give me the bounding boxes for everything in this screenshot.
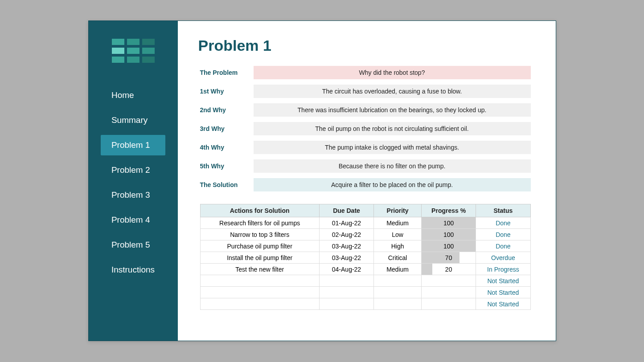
cell-status[interactable]: Done	[476, 240, 530, 252]
why-row: 2nd WhyThere was insufficient lubricatio…	[200, 103, 531, 117]
cell-progress[interactable]: 70	[422, 252, 476, 264]
nav-item-home[interactable]: Home	[101, 85, 165, 106]
table-row: Narrow to top 3 filters02-Aug-22Low100Do…	[200, 229, 530, 240]
logo-cell	[142, 48, 155, 54]
why-value[interactable]: The pump intake is clogged with metal sh…	[254, 141, 531, 154]
why-value[interactable]: The oil pump on the robot is not circula…	[254, 122, 531, 135]
nav-item-problem-4[interactable]: Problem 4	[101, 210, 165, 230]
why-value[interactable]: The circuit has overloaded, causing a fu…	[254, 85, 531, 98]
logo-cell	[142, 39, 155, 45]
col-header: Progress %	[422, 204, 476, 217]
cell-action[interactable]: Research filters for oil pumps	[200, 217, 319, 229]
progress-value: 100	[422, 241, 476, 252]
cell-due[interactable]: 03-Aug-22	[319, 240, 373, 252]
why-value[interactable]: Because there is no filter on the pump.	[254, 159, 531, 173]
status-text: Done	[496, 231, 510, 238]
why-value[interactable]: There was insufficient lubrication on th…	[254, 103, 531, 117]
cell-progress[interactable]: 20	[422, 264, 476, 275]
nav-item-problem-2[interactable]: Problem 2	[101, 160, 165, 180]
why-label: 4th Why	[200, 144, 254, 151]
why-label: 2nd Why	[200, 106, 254, 114]
table-row: Not Started	[200, 275, 530, 287]
col-header: Due Date	[319, 204, 373, 217]
cell-due[interactable]	[319, 298, 373, 310]
cell-priority[interactable]: High	[374, 240, 422, 252]
cell-status[interactable]: Not Started	[476, 287, 530, 298]
cell-status[interactable]: Done	[476, 229, 530, 240]
logo-cell	[112, 39, 124, 45]
cell-priority[interactable]: Medium	[374, 217, 422, 229]
cell-progress[interactable]	[422, 298, 476, 310]
cell-status[interactable]: Done	[476, 217, 530, 229]
cell-progress[interactable]: 100	[422, 240, 476, 252]
why-value[interactable]: Acquire a filter to be placed on the oil…	[254, 178, 531, 191]
why-label: 3rd Why	[200, 125, 254, 132]
cell-action[interactable]: Install the oil pump filter	[200, 252, 319, 264]
cell-status[interactable]: Overdue	[476, 252, 530, 264]
status-text: Not Started	[487, 277, 519, 285]
nav-item-summary[interactable]: Summary	[101, 110, 165, 130]
table-row: Not Started	[200, 298, 530, 310]
table-row: Test the new filter04-Aug-22Medium20In P…	[200, 264, 530, 275]
five-whys-section: The ProblemWhy did the robot stop?1st Wh…	[200, 66, 531, 191]
logo-cell	[112, 48, 124, 54]
cell-priority[interactable]: Low	[374, 229, 422, 240]
cell-action[interactable]: Narrow to top 3 filters	[200, 229, 319, 240]
cell-status[interactable]: In Progress	[476, 264, 530, 275]
nav-list: HomeSummaryProblem 1Problem 2Problem 3Pr…	[101, 81, 165, 285]
actions-body: Research filters for oil pumps01-Aug-22M…	[200, 217, 530, 310]
cell-priority[interactable]	[374, 275, 422, 287]
progress-value: 70	[422, 252, 476, 263]
cell-progress[interactable]	[422, 287, 476, 298]
status-text: Done	[496, 243, 510, 250]
page-title: Problem 1	[198, 37, 531, 54]
cell-status[interactable]: Not Started	[476, 275, 530, 287]
cell-action[interactable]: Purchase oil pump filter	[200, 240, 319, 252]
why-row: The ProblemWhy did the robot stop?	[200, 66, 531, 79]
status-text: Not Started	[487, 301, 519, 308]
status-text: In Progress	[487, 266, 519, 273]
cell-priority[interactable]	[374, 287, 422, 298]
cell-due[interactable]: 01-Aug-22	[319, 217, 373, 229]
cell-progress[interactable]: 100	[422, 217, 476, 229]
why-row: 3rd WhyThe oil pump on the robot is not …	[200, 122, 531, 135]
progress-value: 100	[422, 218, 476, 228]
status-text: Overdue	[491, 254, 515, 261]
table-row: Research filters for oil pumps01-Aug-22M…	[200, 217, 530, 229]
cell-due[interactable]	[319, 287, 373, 298]
cell-status[interactable]: Not Started	[476, 298, 530, 310]
cell-priority[interactable]: Medium	[374, 264, 422, 275]
cell-action[interactable]	[200, 287, 319, 298]
logo-cell	[127, 39, 139, 45]
progress-value: 100	[422, 229, 476, 240]
status-text: Not Started	[487, 289, 519, 296]
actions-header-row: Actions for SolutionDue DatePriorityProg…	[200, 204, 530, 217]
nav-item-problem-1[interactable]: Problem 1	[101, 135, 165, 155]
cell-due[interactable]	[319, 275, 373, 287]
cell-due[interactable]: 04-Aug-22	[319, 264, 373, 275]
nav-item-problem-3[interactable]: Problem 3	[101, 185, 165, 205]
content-area: Problem 1 The ProblemWhy did the robot s…	[178, 21, 556, 341]
logo-cell	[127, 48, 139, 54]
table-row: Not Started	[200, 287, 530, 298]
cell-priority[interactable]	[374, 298, 422, 310]
cell-progress[interactable]: 100	[422, 229, 476, 240]
why-row: 5th WhyBecause there is no filter on the…	[200, 159, 531, 173]
cell-action[interactable]	[200, 275, 319, 287]
cell-action[interactable]	[200, 298, 319, 310]
table-row: Install the oil pump filter03-Aug-22Crit…	[200, 252, 530, 264]
actions-table: Actions for SolutionDue DatePriorityProg…	[200, 204, 531, 310]
nav-item-instructions[interactable]: Instructions	[101, 260, 165, 280]
cell-action[interactable]: Test the new filter	[200, 264, 319, 275]
why-value[interactable]: Why did the robot stop?	[254, 66, 531, 79]
cell-priority[interactable]: Critical	[374, 252, 422, 264]
nav-item-problem-5[interactable]: Problem 5	[101, 235, 165, 255]
cell-due[interactable]: 02-Aug-22	[319, 229, 373, 240]
cell-due[interactable]: 03-Aug-22	[319, 252, 373, 264]
page-container: HomeSummaryProblem 1Problem 2Problem 3Pr…	[88, 20, 556, 341]
cell-progress[interactable]	[422, 275, 476, 287]
why-row: 4th WhyThe pump intake is clogged with m…	[200, 141, 531, 154]
sidebar: HomeSummaryProblem 1Problem 2Problem 3Pr…	[89, 21, 178, 341]
why-label: 5th Why	[200, 163, 254, 170]
col-header: Priority	[374, 204, 422, 217]
